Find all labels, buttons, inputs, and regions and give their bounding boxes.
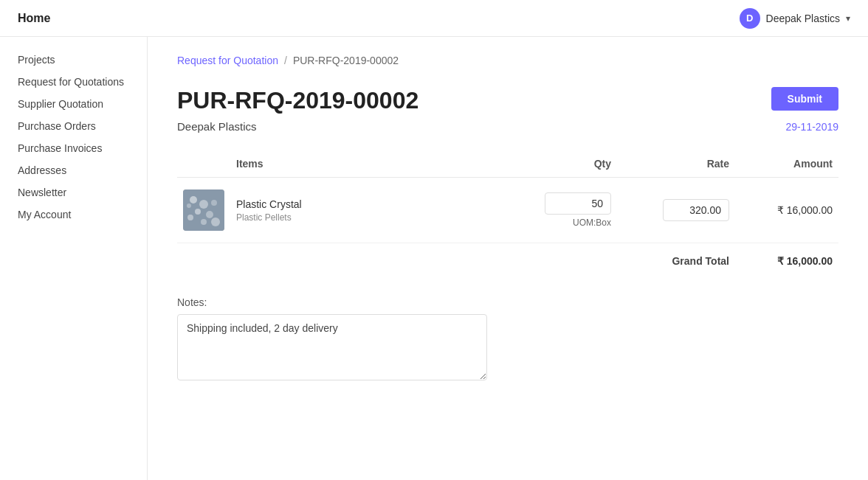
svg-point-5	[187, 215, 193, 220]
table-row: Plastic Crystal Plastic Pellets UOM:Box …	[177, 178, 838, 243]
document-header: PUR-RFQ-2019-00002 Submit	[177, 87, 838, 114]
notes-textarea[interactable]: Shipping included, 2 day delivery	[177, 314, 487, 380]
col-amount: Amount	[735, 150, 838, 178]
col-rate: Rate	[617, 150, 735, 178]
item-image	[183, 189, 224, 231]
svg-point-8	[201, 219, 207, 225]
item-qty-cell: UOM:Box	[514, 178, 617, 243]
svg-point-1	[190, 196, 197, 204]
svg-point-9	[187, 204, 191, 208]
item-details-cell: Plastic Crystal Plastic Pellets	[230, 178, 514, 243]
sidebar-item-newsletter[interactable]: Newsletter	[0, 181, 147, 204]
rate-input[interactable]	[663, 199, 729, 221]
topbar: Home D Deepak Plastics ▾	[0, 0, 868, 37]
item-image-cell	[177, 178, 230, 243]
grand-total-amount: ₹ 16,000.00	[735, 243, 838, 279]
breadcrumb-separator: /	[284, 55, 287, 66]
svg-point-3	[195, 209, 201, 215]
items-table: Items Qty Rate Amount	[177, 150, 838, 279]
document-company: Deepak Plastics	[177, 120, 257, 133]
uom-label: UOM:Box	[573, 218, 611, 228]
item-name: Plastic Crystal	[236, 198, 508, 210]
breadcrumb-parent[interactable]: Request for Quotation	[177, 55, 278, 66]
notes-label: Notes:	[177, 296, 838, 308]
svg-point-6	[211, 200, 217, 206]
item-amount-cell: ₹ 16,000.00	[735, 178, 838, 243]
sidebar-item-my-account[interactable]: My Account	[0, 204, 147, 226]
sidebar-item-purchase-invoices[interactable]: Purchase Invoices	[0, 137, 147, 159]
main-content: Request for Quotation / PUR-RFQ-2019-000…	[148, 37, 868, 480]
sidebar-item-supplier-quotation[interactable]: Supplier Quotation	[0, 93, 147, 115]
dropdown-icon: ▾	[846, 13, 850, 24]
document-meta: Deepak Plastics 29-11-2019	[177, 120, 838, 133]
grand-total-row: Grand Total ₹ 16,000.00	[177, 243, 838, 279]
sidebar-item-addresses[interactable]: Addresses	[0, 159, 147, 181]
breadcrumb-current: PUR-RFQ-2019-00002	[293, 55, 399, 66]
item-category: Plastic Pellets	[236, 212, 508, 223]
col-qty: Qty	[514, 150, 617, 178]
col-items	[177, 150, 230, 178]
col-items-label: Items	[230, 150, 514, 178]
user-name: Deepak Plastics	[766, 13, 840, 24]
item-rate-cell	[617, 178, 735, 243]
sidebar-item-rfq[interactable]: Request for Quotations	[0, 71, 147, 93]
document-date: 29-11-2019	[785, 121, 838, 133]
document-title: PUR-RFQ-2019-00002	[177, 87, 418, 114]
sidebar-item-projects[interactable]: Projects	[0, 49, 147, 71]
sidebar: Projects Request for Quotations Supplier…	[0, 37, 148, 480]
breadcrumb: Request for Quotation / PUR-RFQ-2019-000…	[177, 55, 838, 66]
qty-input[interactable]	[545, 192, 611, 215]
user-menu[interactable]: D Deepak Plastics ▾	[740, 8, 850, 29]
grand-total-label: Grand Total	[617, 243, 735, 279]
avatar: D	[740, 8, 760, 29]
notes-section: Notes: Shipping included, 2 day delivery	[177, 296, 838, 383]
submit-button[interactable]: Submit	[771, 87, 838, 111]
svg-point-7	[211, 218, 220, 226]
svg-point-4	[206, 211, 213, 218]
page-layout: Projects Request for Quotations Supplier…	[0, 37, 868, 480]
app-title: Home	[18, 12, 50, 25]
svg-point-2	[199, 200, 208, 209]
sidebar-item-purchase-orders[interactable]: Purchase Orders	[0, 115, 147, 137]
